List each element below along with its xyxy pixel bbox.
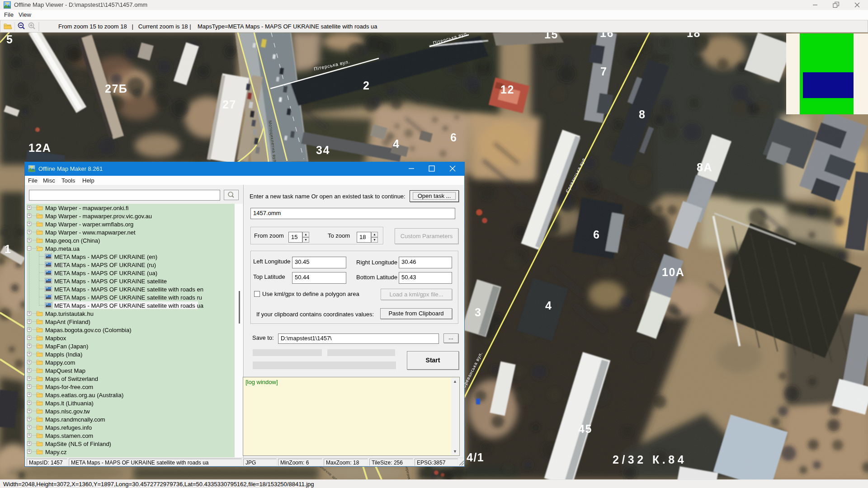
- svg-text:3: 3: [475, 306, 481, 319]
- svg-text:4/1: 4/1: [467, 451, 484, 464]
- svg-text:8А: 8А: [697, 161, 712, 174]
- svg-text:4: 4: [545, 299, 552, 312]
- svg-text:27: 27: [222, 98, 236, 111]
- svg-text:7: 7: [600, 65, 607, 78]
- svg-text:2: 2: [363, 79, 370, 92]
- svg-text:2/32 К.84: 2/32 К.84: [613, 453, 687, 466]
- svg-text:4: 4: [393, 137, 400, 150]
- svg-text:27Б: 27Б: [105, 82, 127, 95]
- svg-text:12А: 12А: [28, 141, 51, 154]
- svg-text:34: 34: [316, 144, 330, 156]
- svg-text:8: 8: [639, 108, 646, 121]
- svg-text:45: 45: [578, 422, 592, 435]
- svg-text:12: 12: [500, 83, 514, 96]
- svg-text:5: 5: [6, 33, 13, 46]
- svg-text:6: 6: [450, 131, 457, 144]
- svg-text:1: 1: [5, 243, 11, 255]
- svg-text:10А: 10А: [662, 266, 684, 278]
- svg-text:6: 6: [593, 228, 600, 241]
